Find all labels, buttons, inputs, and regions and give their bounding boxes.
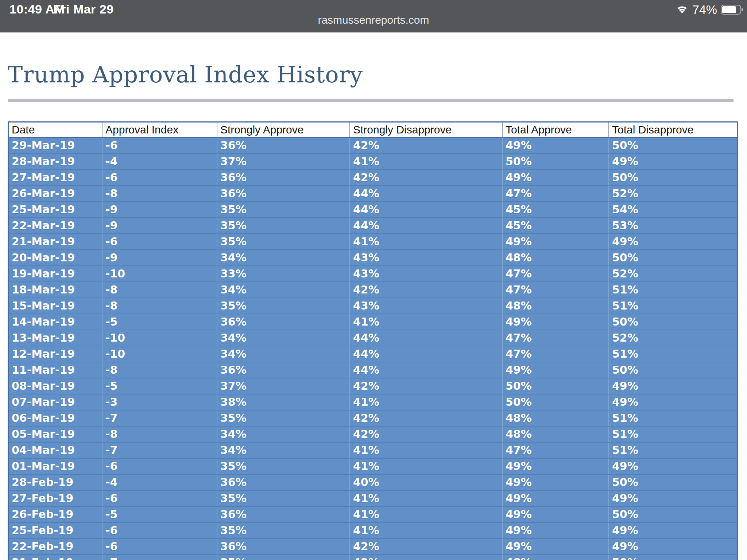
table-cell: 28-Feb-19 xyxy=(9,475,102,491)
table-row: 07-Mar-19-338%41%50%49% xyxy=(9,394,737,411)
table-cell: 42% xyxy=(350,138,503,154)
table-row: 05-Mar-19-834%42%48%51% xyxy=(9,427,737,443)
table-cell: 48% xyxy=(503,298,609,314)
table-cell: 04-Mar-19 xyxy=(9,443,102,459)
table-cell: -10 xyxy=(102,266,217,282)
table-cell: 22-Mar-19 xyxy=(9,218,102,234)
table-cell: 49% xyxy=(503,523,609,539)
table-cell: 44% xyxy=(350,186,503,202)
table-cell: 50% xyxy=(503,154,609,170)
table-cell: 49% xyxy=(503,362,609,378)
table-cell: 35% xyxy=(217,411,350,427)
table-cell: 14-Mar-19 xyxy=(9,314,102,330)
table-cell: 15-Mar-19 xyxy=(9,298,102,314)
table-cell: 08-Mar-19 xyxy=(9,378,102,394)
table-cell: 22-Feb-19 xyxy=(9,539,102,555)
table-row: 29-Mar-19-636%42%49%50% xyxy=(9,138,737,154)
table-cell: 41% xyxy=(350,523,503,539)
table-cell: 49% xyxy=(609,394,737,411)
table-row: 22-Feb-19-636%42%49%49% xyxy=(9,539,737,555)
table-cell: 37% xyxy=(217,154,350,170)
table-cell: 25-Mar-19 xyxy=(9,202,102,218)
table-cell: 50% xyxy=(609,138,737,154)
column-header: Total Disapprove xyxy=(609,122,737,138)
table-cell: 42% xyxy=(350,282,503,298)
table-cell: 49% xyxy=(609,491,737,507)
table-cell: 48% xyxy=(503,411,609,427)
table-cell: 42% xyxy=(350,555,503,560)
table-cell: 35% xyxy=(217,234,350,250)
table-cell: 36% xyxy=(217,170,350,186)
table-cell: -6 xyxy=(102,523,217,539)
table-row: 27-Mar-19-636%42%49%50% xyxy=(9,170,737,186)
table-cell: 34% xyxy=(217,282,350,298)
table-cell: 49% xyxy=(503,507,609,523)
table-cell: 52% xyxy=(609,330,737,346)
table-cell: 34% xyxy=(217,250,350,266)
table-cell: 43% xyxy=(350,298,503,314)
table-cell: -7 xyxy=(102,411,217,427)
table-cell: 51% xyxy=(609,443,737,459)
table-cell: 50% xyxy=(609,507,737,523)
table-cell: 49% xyxy=(503,459,609,475)
table-cell: 41% xyxy=(350,443,503,459)
table-cell: 51% xyxy=(609,298,737,314)
table-cell: 36% xyxy=(217,186,350,202)
table-cell: 36% xyxy=(217,539,350,555)
table-cell: 35% xyxy=(217,491,350,507)
table-cell: 45% xyxy=(503,218,609,234)
table-cell: 28-Mar-19 xyxy=(9,154,102,170)
table-cell: 50% xyxy=(609,555,737,560)
table-cell: 34% xyxy=(217,330,350,346)
table-cell: 51% xyxy=(609,346,737,362)
approval-index-table: DateApproval IndexStrongly ApproveStrong… xyxy=(8,121,738,560)
table-cell: -9 xyxy=(102,218,217,234)
title-divider xyxy=(8,99,734,102)
column-header: Approval Index xyxy=(102,122,217,138)
table-cell: 50% xyxy=(609,362,737,378)
table-cell: 34% xyxy=(217,346,350,362)
table-cell: 49% xyxy=(503,170,609,186)
table-cell: 52% xyxy=(609,266,737,282)
table-cell: -6 xyxy=(102,459,217,475)
table-cell: 50% xyxy=(609,250,737,266)
table-cell: 38% xyxy=(217,394,350,411)
address-bar[interactable]: rasmussenreports.com xyxy=(0,14,747,26)
table-cell: 50% xyxy=(503,378,609,394)
table-cell: 36% xyxy=(217,475,350,491)
table-cell: 05-Mar-19 xyxy=(9,427,102,443)
table-row: 19-Mar-19-1033%43%47%52% xyxy=(9,266,737,282)
table-cell: 49% xyxy=(503,234,609,250)
table-cell: 41% xyxy=(350,459,503,475)
table-cell: 13-Mar-19 xyxy=(9,330,102,346)
table-cell: -8 xyxy=(102,298,217,314)
table-cell: -8 xyxy=(102,186,217,202)
table-row: 15-Mar-19-835%43%48%51% xyxy=(9,298,737,314)
table-cell: 49% xyxy=(503,138,609,154)
table-cell: 43% xyxy=(350,266,503,282)
table-cell: -5 xyxy=(102,507,217,523)
table-cell: 51% xyxy=(609,411,737,427)
table-cell: 37% xyxy=(217,378,350,394)
table-cell: -6 xyxy=(102,234,217,250)
table-row: 06-Mar-19-735%42%48%51% xyxy=(9,411,737,427)
table-cell: 20-Mar-19 xyxy=(9,250,102,266)
table-cell: 27-Mar-19 xyxy=(9,170,102,186)
table-row: 25-Mar-19-935%44%45%54% xyxy=(9,202,737,218)
table-cell: 34% xyxy=(217,427,350,443)
table-cell: 44% xyxy=(350,346,503,362)
table-cell: 45% xyxy=(503,202,609,218)
table-cell: 21-Feb-19 xyxy=(9,555,102,560)
table-cell: 48% xyxy=(503,427,609,443)
table-cell: 35% xyxy=(217,459,350,475)
table-cell: 47% xyxy=(503,282,609,298)
table-cell: -5 xyxy=(102,378,217,394)
table-cell: 47% xyxy=(503,330,609,346)
column-header: Total Approve xyxy=(503,122,609,138)
page-title: Trump Approval Index History xyxy=(8,61,363,88)
table-cell: 44% xyxy=(350,362,503,378)
table-cell: 49% xyxy=(503,491,609,507)
table-cell: 43% xyxy=(350,250,503,266)
table-cell: 19-Mar-19 xyxy=(9,266,102,282)
table-cell: 47% xyxy=(503,186,609,202)
